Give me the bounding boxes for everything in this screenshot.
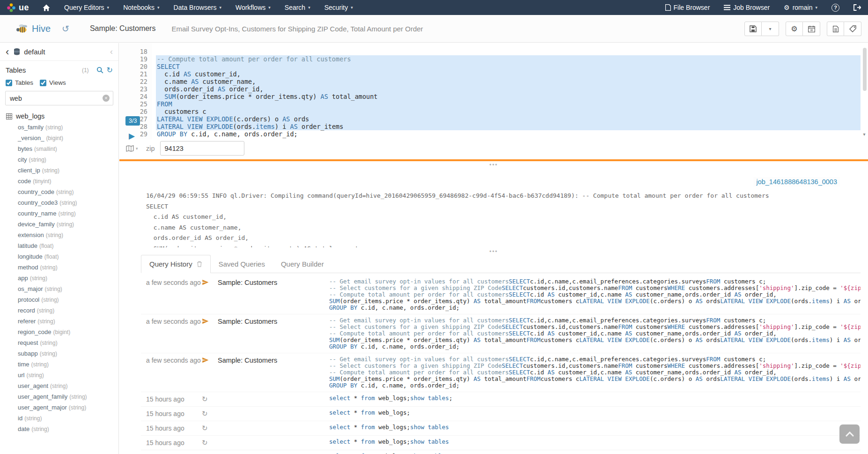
log-line: SELECT (146, 201, 861, 212)
column-item[interactable]: latitude(float) (0, 240, 118, 251)
tags-button[interactable] (844, 22, 861, 36)
views-checkbox[interactable] (40, 80, 46, 86)
chevron-up-icon (846, 432, 854, 437)
column-item[interactable]: url(string) (0, 370, 118, 380)
database-name[interactable]: default (24, 48, 45, 56)
search-icon[interactable] (96, 67, 103, 74)
scrollbar-thumb[interactable] (863, 48, 867, 91)
variable-input[interactable] (160, 141, 244, 156)
menu-notebooks[interactable]: Notebooks▾ (116, 0, 166, 15)
column-item[interactable]: referer(string) (0, 316, 118, 327)
schedule-button[interactable] (803, 22, 820, 36)
caret-down-icon: ▾ (219, 5, 221, 10)
tables-checkbox[interactable] (6, 80, 12, 86)
menu-query-editors[interactable]: Query Editors▾ (57, 0, 116, 15)
column-item[interactable]: subapp(string) (0, 348, 118, 359)
history-sql-line: -- Select customers for a given shipping… (329, 363, 861, 369)
history-query-name: Sample: Customers (218, 356, 329, 364)
menu-data-browsers[interactable]: Data Browsers▾ (167, 0, 228, 15)
column-item[interactable]: user_agent_major(string) (0, 402, 118, 413)
column-item[interactable]: country_code3(string) (0, 197, 118, 208)
save-button[interactable] (744, 22, 762, 36)
column-item[interactable]: client_ip(string) (0, 165, 118, 176)
history-row[interactable]: a few seconds agoSample: Customers-- Get… (141, 275, 861, 314)
job-link[interactable]: job_1461888648136_0003 (753, 177, 840, 186)
column-item[interactable]: country_name(string) (0, 208, 118, 219)
menu-search[interactable]: Search▾ (278, 0, 317, 15)
resize-handle-top[interactable]: ••• (119, 163, 868, 168)
column-item[interactable]: os_major(string) (0, 283, 118, 294)
browse-assist-button[interactable]: ▾ (126, 145, 138, 152)
statement-counter-badge[interactable]: 3/3 (125, 116, 140, 126)
column-item[interactable]: protocol(string) (0, 294, 118, 305)
user-menu[interactable]: ⚙ romain ▾ (777, 0, 824, 15)
history-row[interactable]: 15 hours ago↻select * from web_logs; (141, 407, 861, 421)
column-item[interactable]: record(string) (0, 305, 118, 316)
history-row[interactable]: 15 hours ago↻select * from web_logs;show… (141, 450, 861, 454)
home-button[interactable] (36, 0, 57, 15)
column-item[interactable]: device_family(string) (0, 219, 118, 230)
column-item[interactable]: region_code(bigint) (0, 327, 118, 337)
tab-query-builder[interactable]: Query Builder (273, 255, 332, 273)
app-header: Hive ↺ Sample: Customers Email Survey Op… (0, 15, 868, 43)
scroll-down-icon[interactable]: ▾ (861, 132, 867, 137)
tab-query-history[interactable]: Query History (141, 255, 211, 273)
column-item[interactable]: app(string) (0, 273, 118, 283)
column-item[interactable]: extension(string) (0, 230, 118, 240)
menu-workflows[interactable]: Workflows▾ (228, 0, 278, 15)
hive-app-link[interactable]: Hive (16, 23, 51, 34)
save-dropdown-button[interactable]: ▾ (762, 22, 779, 36)
settings-button[interactable]: ⚙ (786, 22, 803, 36)
tables-count: (1) (82, 67, 89, 74)
tag-icon (849, 25, 856, 32)
column-item[interactable]: _version_(bigint) (0, 133, 118, 143)
history-sql-line: select * from web_logs; (329, 409, 861, 416)
column-item[interactable]: bytes(smallint) (0, 143, 118, 154)
job-browser-label: Job Browser (733, 4, 770, 11)
column-item[interactable]: os_family(string) (0, 122, 118, 133)
column-item[interactable]: code(tinyint) (0, 176, 118, 186)
menu-security[interactable]: Security▾ (317, 0, 360, 15)
new-document-button[interactable] (827, 22, 844, 36)
refresh-icon[interactable]: ↻ (107, 67, 113, 74)
editor-code[interactable]: -- Compute total amount per order for al… (156, 43, 861, 140)
column-item[interactable]: user_agent(string) (0, 380, 118, 391)
job-browser-link[interactable]: Job Browser (717, 0, 777, 15)
column-item[interactable]: longitude(float) (0, 251, 118, 262)
scroll-to-top-button[interactable] (839, 424, 860, 444)
table-filter-input[interactable] (5, 91, 113, 105)
column-item[interactable]: id(string) (0, 413, 118, 424)
history-row[interactable]: 15 hours ago↻select * from web_logs;show… (141, 421, 861, 436)
history-row[interactable]: 15 hours ago↻select * from web_logs;show… (141, 392, 861, 407)
logout-button[interactable] (846, 0, 868, 15)
column-item[interactable]: date(string) (0, 424, 118, 434)
tab-label: Query Builder (281, 260, 324, 268)
query-history-icon[interactable]: ↺ (62, 23, 69, 34)
help-button[interactable]: ? (824, 0, 846, 15)
caret-down-icon: ▾ (136, 146, 138, 151)
history-query-sql: select * from web_logs; (329, 409, 861, 416)
editor-scrollbar[interactable]: ▾ (862, 47, 867, 137)
column-item[interactable]: time(string) (0, 359, 118, 370)
trash-icon[interactable] (197, 261, 202, 267)
column-item[interactable]: country_code(string) (0, 186, 118, 197)
clear-search-icon[interactable]: × (103, 95, 110, 102)
table-item[interactable]: web_logs (0, 110, 118, 122)
column-item[interactable]: request(string) (0, 337, 118, 348)
sql-editor[interactable]: 181920212223242526272829 -- Compute tota… (119, 43, 868, 140)
back-arrow-icon[interactable]: ‹ (6, 47, 9, 57)
hue-logo[interactable]: ue (0, 0, 36, 15)
file-browser-link[interactable]: File Browser (658, 0, 717, 15)
execute-button[interactable]: ▶ (129, 131, 135, 141)
column-item[interactable]: method(string) (0, 262, 118, 273)
history-time: 15 hours ago (141, 409, 202, 417)
column-item[interactable]: city(string) (0, 154, 118, 165)
column-item[interactable]: user_agent_family(string) (0, 391, 118, 402)
resize-handle-bottom[interactable]: ••• (119, 249, 868, 255)
history-row[interactable]: a few seconds agoSample: Customers-- Get… (141, 314, 861, 353)
history-row[interactable]: a few seconds agoSample: Customers-- Get… (141, 353, 861, 392)
collapse-panel-icon[interactable]: ‹ (110, 47, 113, 57)
history-row[interactable]: 15 hours ago↻select * from web_logs;show… (141, 436, 861, 450)
tab-label: Query History (149, 260, 192, 268)
tab-saved-queries[interactable]: Saved Queries (211, 255, 273, 273)
